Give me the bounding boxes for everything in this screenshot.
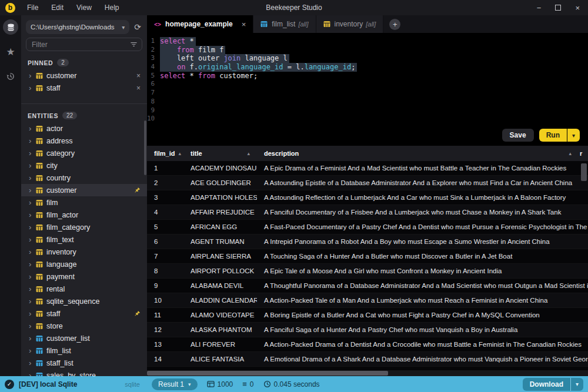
run-button-main[interactable]: Run [539, 129, 567, 142]
menu-file[interactable]: File [27, 4, 38, 12]
result-selector[interactable]: Result 1 ▾ [152, 378, 198, 390]
chevron-right-icon[interactable]: › [29, 199, 36, 206]
chevron-right-icon[interactable]: › [29, 186, 36, 194]
column-header-film_id[interactable]: film_id▴ [147, 146, 183, 161]
table-row[interactable]: 14ALICE FANTASIAA Emotional Drama of a A… [147, 352, 588, 367]
close-icon[interactable]: × [575, 4, 580, 12]
connection-status[interactable]: ✓ [DEV] local Sqlite sqlite [0, 380, 147, 389]
sidebar-item-film_list[interactable]: ›film_list [21, 344, 147, 357]
chevron-right-icon[interactable]: › [29, 347, 36, 354]
table-row[interactable]: 7AIRPLANE SIERRAA Touching Saga of a Hun… [147, 249, 588, 264]
refresh-icon[interactable]: ⟳ [134, 22, 141, 32]
sql-editor[interactable]: 1select *2 from film f3 left outer join … [147, 33, 588, 146]
chevron-right-icon[interactable]: › [29, 162, 36, 169]
chevron-right-icon[interactable]: › [29, 285, 36, 293]
menu-view[interactable]: View [76, 4, 92, 12]
table-row[interactable]: 13ALI FOREVERA Action-Packed Drama of a … [147, 337, 588, 352]
sidebar-item-customer[interactable]: ›customer [21, 184, 147, 196]
sidebar-item-rental[interactable]: ›rental [21, 283, 147, 295]
table-row[interactable]: 1ACADEMY DINOSAURA Epic Drama of a Femin… [147, 161, 588, 176]
sort-asc-icon[interactable]: ▴ [175, 150, 181, 156]
sidebar-item-store[interactable]: ›store [21, 320, 147, 332]
table-row[interactable]: 11ALAMO VIDEOTAPEA Boring Epistle of a B… [147, 308, 588, 323]
chevron-right-icon[interactable]: › [29, 223, 36, 231]
column-header-description[interactable]: description▴ [257, 146, 579, 161]
unpin-icon[interactable]: × [136, 72, 141, 80]
chevron-right-icon[interactable]: › [29, 84, 36, 92]
menu-help[interactable]: Help [105, 4, 119, 12]
chevron-right-icon[interactable]: › [29, 322, 36, 330]
sidebar-item-staff[interactable]: ›staff [21, 307, 147, 320]
grid-horizontal-scrollbar-thumb[interactable] [147, 371, 388, 376]
filter-input[interactable] [26, 38, 142, 51]
table-row[interactable]: 3ADAPTATION HOLESA Astounding Reflection… [147, 190, 588, 205]
sidebar-item-category[interactable]: ›category [21, 147, 147, 159]
chevron-right-icon[interactable]: › [29, 125, 36, 132]
chevron-right-icon[interactable]: › [29, 174, 36, 182]
sidebar-item-sales_by_store[interactable]: ›sales_by_store [21, 369, 147, 376]
sidebar-item-staff_list[interactable]: ›staff_list [21, 357, 147, 369]
sidebar-item-actor[interactable]: ›actor [21, 122, 147, 135]
history-tab[interactable] [3, 69, 18, 84]
sort-asc-icon[interactable]: ▴ [565, 150, 572, 156]
table-row[interactable]: 4AFFAIR PREJUDICEA Fanciful Documentary … [147, 205, 588, 220]
new-tab-button[interactable]: + [389, 19, 400, 30]
download-options-caret[interactable]: ▾ [571, 378, 583, 391]
menu-edit[interactable]: Edit [51, 4, 64, 12]
database-selector[interactable]: C:\Users\ghstng\Downloads ▾ [26, 20, 129, 34]
sidebar-item-film_text[interactable]: ›film_text [21, 233, 147, 246]
chevron-right-icon[interactable]: › [29, 260, 36, 268]
sidebar-item-film_category[interactable]: ›film_category [21, 221, 147, 233]
table-row[interactable]: 10ALADDIN CALENDARA Action-Packed Tale o… [147, 293, 588, 308]
unpin-icon[interactable]: × [136, 84, 141, 92]
chevron-right-icon[interactable]: › [29, 137, 36, 145]
chevron-right-icon[interactable]: › [29, 371, 36, 376]
sidebar-item-inventory[interactable]: ›inventory [21, 246, 147, 258]
sidebar-item-country[interactable]: ›country [21, 172, 147, 184]
pinned-item-staff[interactable]: ›staff× [21, 82, 147, 94]
sidebar-item-language[interactable]: ›language [21, 258, 147, 270]
sidebar-scrollbar-thumb[interactable] [144, 120, 146, 175]
table-row[interactable]: 9ALABAMA DEVILA Thoughtful Panorama of a… [147, 279, 588, 293]
maximize-icon[interactable] [555, 5, 561, 11]
sort-asc-icon[interactable]: ▴ [243, 150, 250, 156]
chevron-right-icon[interactable]: › [29, 211, 36, 219]
chevron-right-icon[interactable]: › [29, 310, 36, 317]
sidebar-item-customer_list[interactable]: ›customer_list [21, 332, 147, 344]
chevron-right-icon[interactable]: › [29, 149, 36, 157]
chevron-right-icon[interactable]: › [29, 297, 36, 305]
sidebar-item-film_actor[interactable]: ›film_actor [21, 209, 147, 221]
sidebar-item-payment[interactable]: ›payment [21, 270, 147, 283]
table-row[interactable]: 6AGENT TRUMANA Intrepid Panorama of a Ro… [147, 234, 588, 249]
entity-label: film_list [46, 347, 71, 355]
table-row[interactable]: 8AIRPORT POLLOCKA Epic Tale of a Moose A… [147, 264, 588, 279]
pinned-item-customer[interactable]: ›customer× [21, 69, 147, 82]
favorites-tab[interactable]: ★ [3, 44, 18, 59]
tab-homepage_example[interactable]: <>homepage_example× [147, 15, 253, 33]
table-row[interactable]: 2ACE GOLDFINGERA Astounding Epistle of a… [147, 176, 588, 190]
chevron-right-icon[interactable]: › [29, 72, 36, 79]
sidebar-item-city[interactable]: ›city [21, 159, 147, 172]
database-tab-icon[interactable] [3, 19, 18, 35]
sidebar-item-film[interactable]: ›film [21, 196, 147, 209]
table-row[interactable]: 12ALASKA PHANTOMA Fanciful Saga of a Hun… [147, 323, 588, 337]
chevron-right-icon[interactable]: › [29, 273, 36, 280]
save-button[interactable]: Save [502, 129, 534, 142]
tab-inventory[interactable]: inventory[all] [316, 15, 384, 33]
download-button-main[interactable]: Download [523, 378, 570, 391]
run-options-caret[interactable]: ▾ [567, 129, 580, 142]
column-header-partial[interactable]: r [579, 146, 588, 161]
grid-horizontal-scrollbar[interactable] [147, 370, 588, 376]
grid-vertical-scrollbar-thumb[interactable] [581, 163, 587, 181]
sidebar-item-address[interactable]: ›address [21, 135, 147, 147]
chevron-right-icon[interactable]: › [29, 236, 36, 243]
close-tab-icon[interactable]: × [242, 20, 246, 29]
sidebar-item-sqlite_sequence[interactable]: ›sqlite_sequence [21, 295, 147, 307]
chevron-right-icon[interactable]: › [29, 248, 36, 256]
chevron-right-icon[interactable]: › [29, 334, 36, 342]
column-header-title[interactable]: title▴ [183, 146, 257, 161]
table-row[interactable]: 5AFRICAN EGGA Fast-Paced Documentary of … [147, 220, 588, 234]
minimize-icon[interactable]: − [537, 4, 542, 12]
tab-film_list[interactable]: film_list[all] [253, 15, 316, 33]
chevron-right-icon[interactable]: › [29, 359, 36, 367]
